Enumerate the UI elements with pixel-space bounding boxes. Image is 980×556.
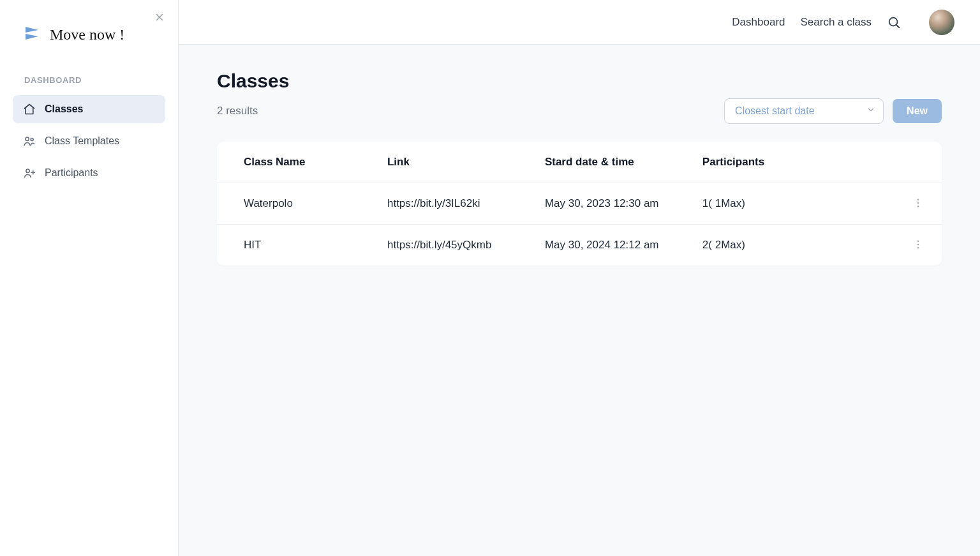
table-row: Waterpolo https://bit.ly/3IL62ki May 30,… [217,183,942,225]
sidebar-item-classes[interactable]: Classes [13,95,165,123]
th-class-name: Class Name [217,142,375,183]
svg-point-6 [26,169,29,172]
brand-name: Move now ! [50,26,124,43]
home-icon [23,103,36,116]
new-button[interactable]: New [893,99,942,123]
sidebar: Move now ! DASHBOARD Classes Class Templ… [0,0,179,556]
main-content: Classes 2 results Closest start date New… [179,45,980,556]
sort-select[interactable]: Closest start date [724,98,884,124]
right-pane: Dashboard Search a class Classes 2 resul… [179,0,980,556]
brand-mark-icon [24,24,42,45]
svg-line-10 [896,24,899,27]
cell-class-name: Waterpolo [217,183,375,225]
topbar: Dashboard Search a class [179,0,980,45]
sidebar-item-label: Participants [45,167,98,179]
svg-point-15 [917,244,919,245]
svg-point-5 [31,139,33,141]
sidebar-item-label: Classes [45,103,84,115]
th-participants: Participants [690,142,895,183]
th-start-date: Stard date & time [532,142,690,183]
topnav-link-search-class[interactable]: Search a class [801,16,872,29]
sort-selected-label: Closest start date [735,105,815,116]
avatar[interactable] [929,10,954,35]
row-menu-button[interactable] [907,197,929,209]
svg-marker-2 [26,27,38,33]
svg-point-16 [917,247,919,248]
sidebar-nav: Classes Class Templates Participants [13,95,165,187]
close-icon[interactable] [154,11,165,26]
topnav-link-dashboard[interactable]: Dashboard [732,16,785,29]
th-actions [895,142,942,183]
svg-marker-3 [26,34,38,40]
cell-start: May 30, 2024 12:12 am [532,225,690,266]
user-plus-icon [23,167,36,179]
sidebar-item-participants[interactable]: Participants [13,159,165,187]
users-icon [23,135,36,147]
table-row: HIT https://bit.ly/45yQkmb May 30, 2024 … [217,225,942,266]
cell-participants: 2( 2Max) [690,225,895,266]
chevron-down-icon [866,105,875,117]
sidebar-section-label: DASHBOARD [24,75,165,85]
cell-link[interactable]: https://bit.ly/45yQkmb [375,225,532,266]
search-icon[interactable] [887,15,901,29]
page-title: Classes [217,70,942,92]
svg-point-14 [917,241,919,242]
th-link: Link [375,142,532,183]
svg-point-4 [26,137,29,140]
cell-link[interactable]: https://bit.ly/3IL62ki [375,183,532,225]
results-count: 2 results [217,105,258,117]
cell-class-name: HIT [217,225,375,266]
sidebar-item-label: Class Templates [45,135,119,147]
svg-point-11 [917,199,919,200]
sidebar-item-class-templates[interactable]: Class Templates [13,127,165,155]
svg-point-13 [917,206,919,207]
row-menu-button[interactable] [907,239,929,250]
cell-start: May 30, 2023 12:30 am [532,183,690,225]
cell-participants: 1( 1Max) [690,183,895,225]
brand-logo[interactable]: Move now ! [24,24,165,45]
svg-point-12 [917,202,919,204]
classes-table: Class Name Link Stard date & time Partic… [217,142,942,266]
